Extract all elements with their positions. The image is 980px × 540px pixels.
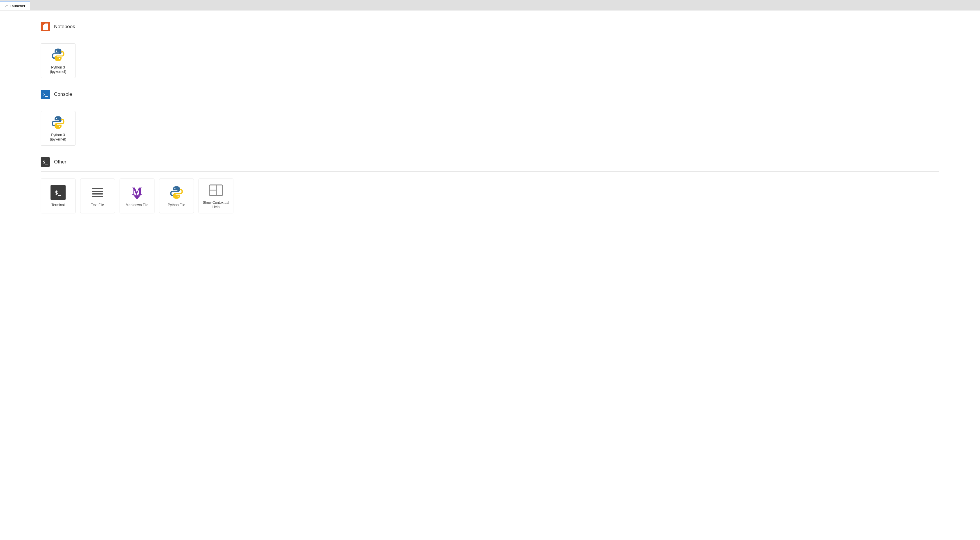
python3-notebook-item[interactable]: Python 3 (ipykernel) — [41, 43, 75, 78]
textfile-icon — [91, 185, 105, 199]
svg-point-1 — [59, 58, 60, 59]
terminal-icon: $_ — [51, 185, 65, 200]
notebook-items-row: Python 3 (ipykernel) — [41, 43, 939, 78]
console-section-header: >_ Console — [41, 90, 939, 99]
svg-point-4 — [175, 188, 176, 189]
tab-external-link-icon: ↗ — [5, 4, 8, 8]
python-file-item[interactable]: Python File — [159, 178, 194, 213]
terminal-item[interactable]: $_ Terminal — [41, 178, 75, 213]
other-items-row: $_ Terminal Text File — [41, 178, 939, 213]
textfile-line-4 — [92, 196, 103, 197]
svg-point-5 — [177, 196, 178, 197]
markdown-icon-wrap: M — [129, 184, 145, 201]
launcher-tab[interactable]: ↗ Launcher — [0, 1, 30, 10]
tab-label: Launcher — [10, 4, 25, 8]
launcher-main: Notebook Python 3 (ipykernel) — [0, 10, 980, 540]
console-items-row: Python 3 (ipykernel) — [41, 111, 939, 146]
svg-point-0 — [56, 51, 57, 52]
other-section: $_ Other $_ Terminal — [41, 157, 939, 213]
python3-notebook-label: Python 3 (ipykernel) — [45, 65, 72, 74]
python-notebook-icon — [50, 47, 66, 63]
console-divider — [41, 104, 939, 104]
markdown-file-label: Markdown File — [126, 203, 148, 207]
markdown-icon: M — [132, 185, 142, 199]
notebook-section: Notebook Python 3 (ipykernel) — [41, 22, 939, 78]
textfile-line-1 — [92, 188, 103, 189]
other-section-title: Other — [54, 159, 67, 165]
markdown-arrow-icon — [134, 195, 140, 199]
python3-console-label: Python 3 (ipykernel) — [45, 133, 72, 142]
contextual-help-label: Show Contextual Help — [202, 201, 230, 210]
python3-console-item[interactable]: Python 3 (ipykernel) — [41, 111, 75, 146]
terminal-icon-wrap: $_ — [50, 184, 66, 201]
notebook-section-title: Notebook — [54, 24, 75, 30]
textfile-line-2 — [92, 191, 103, 192]
text-file-label: Text File — [91, 203, 104, 207]
help-icon-svg — [209, 184, 223, 196]
python-console-icon — [50, 115, 66, 131]
other-icon-shape: $_ — [43, 160, 48, 164]
markdown-file-item[interactable]: M Markdown File — [119, 178, 154, 213]
other-section-header: $_ Other — [41, 157, 939, 167]
console-icon-shape: >_ — [43, 92, 48, 97]
python-file-icon — [169, 184, 185, 201]
help-icon-container — [208, 183, 224, 198]
help-icon-wrap — [208, 182, 224, 198]
console-section-icon: >_ — [41, 90, 50, 99]
terminal-label: Terminal — [51, 203, 64, 207]
textfile-line-3 — [92, 193, 103, 194]
other-section-icon: $_ — [41, 157, 50, 167]
notebook-icon-shape — [43, 24, 48, 30]
textfile-icon-wrap — [89, 184, 106, 201]
svg-point-2 — [56, 118, 57, 119]
notebook-section-header: Notebook — [41, 22, 939, 31]
python-file-label: Python File — [168, 203, 185, 207]
other-divider — [41, 171, 939, 172]
notebook-section-icon — [41, 22, 50, 31]
contextual-help-item[interactable]: Show Contextual Help — [199, 178, 233, 213]
console-section-title: Console — [54, 91, 72, 97]
svg-point-3 — [59, 126, 60, 127]
console-section: >_ Console Python 3 (ipykernel) — [41, 90, 939, 146]
text-file-item[interactable]: Text File — [80, 178, 115, 213]
tab-bar: ↗ Launcher — [0, 0, 980, 10]
